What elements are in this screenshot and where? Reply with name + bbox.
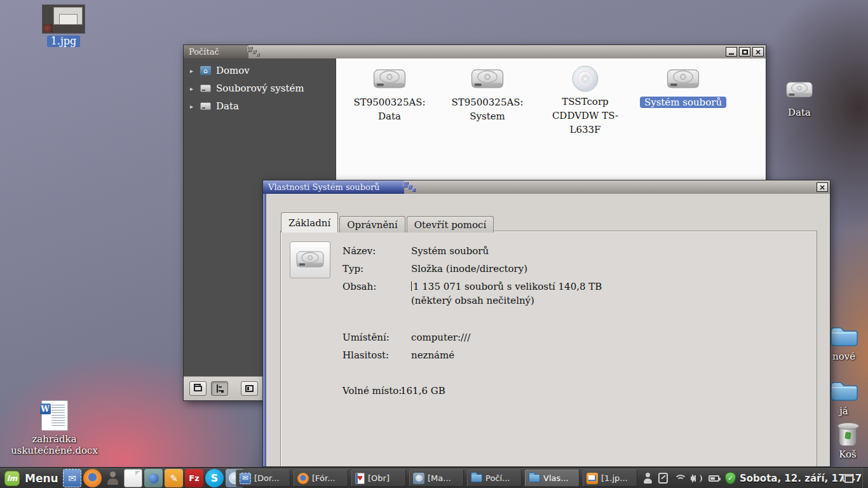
card-game-icon: ♥ bbox=[355, 473, 365, 484]
desktop-icon-ja-folder[interactable]: já bbox=[826, 377, 862, 417]
launcher-paint-app[interactable]: ✎ bbox=[165, 469, 183, 487]
thunderbird-icon: ✉ bbox=[240, 473, 251, 484]
tree-view-button[interactable] bbox=[211, 381, 228, 396]
field-value-umisteni: computer:/// bbox=[411, 332, 470, 343]
launcher-filezilla[interactable]: Fz bbox=[185, 469, 203, 487]
field-value-typ: Složka (inode/directory) bbox=[411, 263, 527, 274]
volume-tray-icon[interactable] bbox=[691, 474, 703, 483]
wifi-tray-icon[interactable] bbox=[674, 474, 685, 483]
properties-dialog: Vlastnosti Systém souborů × Základní Opr… bbox=[262, 180, 831, 467]
text-cursor bbox=[411, 281, 412, 291]
envelope-icon: ✉ bbox=[68, 473, 76, 484]
drive-label-selected: Systém souborů bbox=[640, 95, 726, 109]
expander-triangle-icon[interactable]: ▸ bbox=[190, 67, 195, 74]
field-label-hlasitost: Hlasitost: bbox=[342, 349, 389, 361]
folder-icon bbox=[471, 474, 482, 482]
desktop-icon-label: Data bbox=[788, 107, 811, 118]
desktop-icon-data-drive[interactable]: Data bbox=[780, 79, 818, 118]
drive-icon bbox=[200, 102, 211, 110]
field-label-nazev: Název: bbox=[342, 245, 376, 257]
launcher-media-app[interactable] bbox=[144, 469, 163, 487]
desktop-icon-label: nové bbox=[832, 351, 855, 362]
field-value-nazev: Systém souborů bbox=[411, 245, 489, 257]
window-button-thunderbird[interactable]: ✉ [Dor... bbox=[236, 470, 290, 487]
field-value-obsah[interactable]: 1 135 071 souborů s velikostí 140,8 TB bbox=[411, 281, 602, 292]
launcher-thunderbird[interactable]: ✉ bbox=[63, 469, 81, 487]
field-value-hlasitost: neznámé bbox=[411, 349, 454, 361]
drive-label: ST9500325AS: System bbox=[451, 95, 523, 123]
desktop-icon-label: Koš bbox=[839, 449, 857, 460]
drive-item-st-data[interactable]: ST9500325AS: Data bbox=[342, 66, 437, 123]
show-desktop-button[interactable] bbox=[862, 468, 868, 488]
desktop-icon-label: já bbox=[839, 405, 848, 417]
dialog-left-border bbox=[263, 194, 266, 466]
drive-item-cddvd[interactable]: TSSTcorp CDDVDW TS- L633F bbox=[538, 66, 633, 137]
maximize-button[interactable] bbox=[739, 47, 750, 57]
places-view-button[interactable] bbox=[189, 381, 207, 396]
file-icon-button[interactable] bbox=[290, 241, 330, 278]
image-viewer-icon bbox=[587, 473, 598, 484]
tab-zakladni[interactable]: Základní bbox=[281, 212, 338, 233]
computer-window-titlebar[interactable]: Počítač × bbox=[184, 45, 766, 58]
field-value-volne-misto: 161,6 GB bbox=[400, 385, 445, 396]
close-button[interactable]: × bbox=[752, 47, 764, 57]
window-button-vlastnosti[interactable]: Vlas... bbox=[525, 470, 580, 487]
collapse-sidebar-icon bbox=[245, 385, 254, 392]
user-session-tray-icon[interactable] bbox=[643, 473, 653, 484]
battery-tray-icon[interactable] bbox=[709, 475, 719, 482]
field-label-obsah: Obsah: bbox=[342, 281, 376, 292]
taskbar: lm Menu ✉ ✎ Fz S ✉ [Dor... [Fór... ♥ bbox=[0, 467, 868, 488]
hard-drive-icon bbox=[295, 248, 325, 271]
hard-drive-icon bbox=[665, 66, 701, 93]
image-thumbnail bbox=[43, 5, 85, 33]
field-value-obsah-note: (některý obsah nečitelný) bbox=[411, 295, 534, 306]
basic-tab-panel: Název: Systém souborů Typ: Složka (inode… bbox=[280, 231, 817, 467]
drive-item-system-souboru[interactable]: Systém souborů bbox=[635, 66, 731, 109]
desktop-icon-trash[interactable]: Koš bbox=[832, 424, 863, 460]
field-label-typ: Typ: bbox=[342, 263, 363, 274]
sidebar-item-label: Domov bbox=[216, 65, 250, 76]
minimize-button[interactable] bbox=[726, 47, 737, 57]
trash-icon bbox=[839, 424, 857, 446]
window-title: Počítač bbox=[189, 47, 219, 57]
expander-triangle-icon[interactable]: ▸ bbox=[190, 85, 195, 92]
dialog-title: Vlastnosti Systém souborů bbox=[268, 182, 379, 192]
sidebar-item-domov[interactable]: ▸ ⌂ Domov bbox=[184, 62, 336, 79]
chromium-icon bbox=[413, 473, 424, 484]
cd-drive-icon bbox=[569, 64, 602, 94]
window-button-image-viewer[interactable]: [1.jp... bbox=[583, 470, 637, 487]
drive-label: ST9500325AS: Data bbox=[353, 95, 425, 123]
sidebar-item-data[interactable]: ▸ Data bbox=[184, 97, 336, 115]
desktop-icon-1jpg[interactable]: 1.jpg bbox=[36, 5, 92, 47]
desktop-icon-nove-folder[interactable]: nové bbox=[826, 323, 862, 362]
menu-button[interactable]: lm Menu bbox=[0, 468, 61, 488]
drive-item-st-system[interactable]: ST9500325AS: System bbox=[440, 66, 535, 123]
sidebar-item-souborovy-system[interactable]: ▸ Souborový systém bbox=[184, 79, 336, 97]
sidebar-item-label: Souborový systém bbox=[216, 83, 304, 94]
hard-drive-icon bbox=[470, 66, 505, 93]
close-button[interactable]: × bbox=[817, 182, 828, 192]
tab-opravneni[interactable]: Oprávnění bbox=[339, 216, 405, 233]
launcher-firefox[interactable] bbox=[83, 469, 102, 487]
titlebar-pattern bbox=[247, 45, 264, 58]
desktop-icon-label: zahrádka uskutečněné.docx bbox=[11, 433, 98, 456]
expander-triangle-icon[interactable]: ▸ bbox=[190, 103, 195, 110]
workspace-switcher-icon[interactable] bbox=[843, 474, 853, 483]
window-button-chromium[interactable]: [Ma... bbox=[409, 470, 464, 487]
folder-icon bbox=[829, 377, 859, 403]
launcher-user-tool[interactable] bbox=[104, 469, 122, 487]
update-shield-tray-icon[interactable]: ✓ bbox=[725, 472, 736, 484]
hide-sidebar-button[interactable] bbox=[241, 381, 258, 396]
tab-otevrit-pomoci[interactable]: Otevřít pomocí bbox=[407, 216, 494, 233]
input-device-tray-icon[interactable] bbox=[658, 473, 668, 484]
field-label-umisteni: Umístění: bbox=[342, 332, 390, 343]
window-button-cards[interactable]: ♥ [Obr] bbox=[351, 470, 406, 487]
dialog-titlebar[interactable]: Vlastnosti Systém souborů × bbox=[263, 180, 830, 194]
launcher-libreoffice[interactable] bbox=[124, 469, 142, 487]
launcher-skype[interactable]: S bbox=[205, 469, 224, 487]
window-button-firefox[interactable]: [Fór... bbox=[294, 470, 348, 487]
firefox-icon bbox=[297, 473, 309, 484]
window-button-pocitac[interactable]: Počí... bbox=[467, 470, 522, 487]
field-label-volne-misto: Volné místo: bbox=[342, 385, 402, 396]
desktop-icon-docx[interactable]: W zahrádka uskutečněné.docx bbox=[18, 400, 91, 456]
